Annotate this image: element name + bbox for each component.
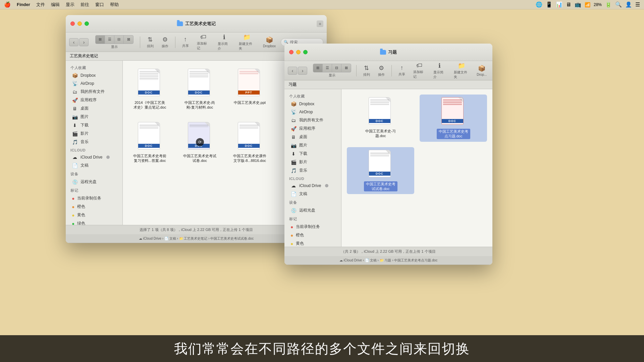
status-bar-2: （共 2 项），iCloud 上 2.22 GB 可用，正在上传 1 个项目 bbox=[284, 247, 492, 256]
sidebar-item-tag-orange-1[interactable]: ● 橙色 bbox=[67, 202, 121, 211]
file-menu[interactable]: 文件 bbox=[36, 2, 45, 8]
column-view-2[interactable]: ⊟ bbox=[332, 64, 341, 72]
cover-view[interactable]: ⊠ bbox=[124, 36, 133, 44]
file-item-0[interactable]: DOC 2014《中国工艺美术史》重点笔记.doc bbox=[128, 66, 171, 113]
sidebar-item-movies-2[interactable]: 🎬 影片 bbox=[286, 158, 340, 166]
view-menu[interactable]: 显示 bbox=[66, 2, 74, 8]
info-button[interactable]: ℹ 显示简介 bbox=[215, 32, 233, 52]
sidebar-item-tag-orange-2[interactable]: ● 橙色 bbox=[286, 231, 340, 239]
sidebar-item-desktop-1[interactable]: 🖥 桌面 bbox=[67, 104, 121, 113]
apple-menu[interactable]: 🍎 bbox=[4, 1, 11, 8]
file-item-2[interactable]: PPT 中国工艺美术史.ppt bbox=[228, 66, 271, 113]
sort-button-2[interactable]: ⇅ 排列 bbox=[361, 63, 373, 78]
dropbox-button[interactable]: 📦 Dropbox bbox=[261, 35, 278, 49]
sidebar-item-movies-1[interactable]: 🎬 影片 bbox=[67, 129, 121, 138]
cover-view-2[interactable]: ⊠ bbox=[341, 64, 351, 72]
column-view[interactable]: ⊟ bbox=[114, 36, 124, 44]
newfolder-button-2[interactable]: 📁 新建文件夹 bbox=[451, 61, 472, 81]
window-menu[interactable]: 窗口 bbox=[95, 2, 104, 8]
add-tab-button-1[interactable]: + bbox=[317, 20, 323, 27]
sidebar-label-movies-1: 影片 bbox=[80, 131, 89, 136]
sidebar-item-tag-red-2[interactable]: ● 当前录制任务 bbox=[286, 223, 340, 231]
sort-button[interactable]: ⇅ 排列 bbox=[144, 35, 156, 50]
sidebar-item-dropbox-1[interactable]: 📦 Dropbox bbox=[67, 71, 121, 79]
tag-button-2[interactable]: 🏷 添加标记 bbox=[411, 61, 428, 80]
sidebar-item-downloads-2[interactable]: ⬇ 下载 bbox=[286, 149, 340, 158]
sidebar-item-apps-2[interactable]: 🚀 应用程序 bbox=[286, 124, 340, 133]
sidebar-item-tag-yellow-1[interactable]: ● 黄色 bbox=[67, 211, 121, 219]
action-button-2[interactable]: ⚙ 操作 bbox=[375, 63, 387, 78]
action-button[interactable]: ⚙ 操作 bbox=[159, 35, 171, 50]
maximize-button-1[interactable] bbox=[85, 21, 89, 26]
list-view[interactable]: ☰ bbox=[105, 36, 114, 44]
sidebar-item-tag-green-1[interactable]: ● 绿色 bbox=[67, 219, 121, 225]
sep3 bbox=[356, 65, 357, 76]
file-item-5[interactable]: DOC ⟳ 中国工艺美术史考试试卷.doc bbox=[178, 119, 221, 166]
tag-icon-green-1: ● bbox=[72, 221, 74, 225]
sidebar-label-dropbox-1: Dropbox bbox=[80, 73, 96, 78]
file-item-6[interactable]: DOC 中国工艺美术史课件文字版-8...8816.doc bbox=[228, 119, 271, 166]
tag-label-red-2: 当前录制任务 bbox=[296, 224, 320, 230]
sidebar-item-dropbox-2[interactable]: 📦 Dropbox bbox=[286, 100, 340, 108]
sidebar-item-music-1[interactable]: 🎵 音乐 bbox=[67, 138, 121, 146]
tag-button[interactable]: 🏷 添加标记 bbox=[194, 32, 213, 52]
sidebar-item-apps-1[interactable]: 🚀 应用程序 bbox=[67, 96, 121, 104]
sidebar-item-icloud-1[interactable]: ☁ iCloud Drive bbox=[67, 153, 121, 161]
tags-header-2: 标记 bbox=[284, 215, 341, 223]
file-item-w2-1[interactable]: DOC 中国工艺美术史考点习题.doc bbox=[420, 95, 487, 142]
remotedisk-icon-2: 💿 bbox=[290, 208, 297, 213]
file-item-4[interactable]: DOC 中国工艺美术史考前复习资料...答案.doc bbox=[128, 119, 171, 166]
grid-view-2[interactable]: ⊞ bbox=[313, 64, 323, 72]
help-menu[interactable]: 帮助 bbox=[110, 2, 119, 8]
window-controls-1[interactable] bbox=[70, 21, 89, 26]
devices-header-2: 设备 bbox=[284, 198, 341, 206]
go-menu[interactable]: 前往 bbox=[80, 2, 89, 8]
sidebar-label-remotedisk-2: 远程光盘 bbox=[299, 207, 315, 213]
sidebar-item-downloads-1[interactable]: ⬇ 下载 bbox=[67, 121, 121, 129]
view-button-2[interactable]: ⊞ ☰ ⊟ ⊠ 显示 bbox=[312, 62, 352, 79]
file-item-w2-0[interactable]: DOC 中国工艺美术史-习题.doc bbox=[347, 95, 414, 142]
sidebar-item-allfiles-2[interactable]: 🗂 我的所有文件 bbox=[286, 116, 340, 124]
tag-label-orange-2: 橙色 bbox=[296, 232, 304, 238]
sidebar-item-docs-2[interactable]: 📄 文稿 bbox=[286, 190, 340, 198]
finder-menu[interactable]: Finder bbox=[17, 2, 30, 7]
file-item-1[interactable]: DOC 中国工艺美术史-尚刚-复习材料.doc bbox=[178, 66, 221, 113]
grid-view[interactable]: ⊞ bbox=[96, 36, 105, 44]
close-button-1[interactable] bbox=[70, 21, 75, 26]
titlebar-2: 习题 bbox=[284, 44, 492, 61]
sidebar-item-allfiles-1[interactable]: 🗂 我的所有文件 bbox=[67, 87, 121, 96]
sidebar-item-icloud-2[interactable]: ☁ iCloud Drive bbox=[286, 182, 340, 190]
forward-button-2[interactable]: › bbox=[298, 67, 307, 75]
info-button-2[interactable]: ℹ 显示简介 bbox=[431, 61, 448, 81]
back-button-1[interactable]: ‹ bbox=[69, 38, 78, 46]
sidebar-label-photos-2: 图片 bbox=[299, 142, 307, 148]
sidebar-item-photos-1[interactable]: 📷 图片 bbox=[67, 113, 121, 121]
window-controls-2[interactable] bbox=[289, 50, 308, 54]
sidebar-item-music-2[interactable]: 🎵 音乐 bbox=[286, 166, 340, 175]
sidebar-item-docs-1[interactable]: 📄 文稿 bbox=[67, 161, 121, 170]
close-button-2[interactable] bbox=[289, 50, 293, 54]
forward-button-1[interactable]: › bbox=[79, 38, 89, 46]
sidebar-item-tag-red-1[interactable]: ● 当前录制任务 bbox=[67, 194, 121, 202]
list-view-2[interactable]: ☰ bbox=[323, 64, 332, 72]
sidebar-item-airdrop-2[interactable]: 📡 AirDrop bbox=[286, 108, 340, 116]
sidebar-item-remotedisk-2[interactable]: 💿 远程光盘 bbox=[286, 206, 340, 215]
tags-header-1: 标记 bbox=[66, 186, 122, 194]
newfolder-button[interactable]: 📁 新建文件夹 bbox=[236, 32, 258, 52]
share-button[interactable]: ↑ 共享 bbox=[179, 35, 192, 50]
dropbox-button-2[interactable]: 📦 Drop... bbox=[475, 63, 489, 78]
sidebar-item-airdrop-1[interactable]: 📡 AirDrop bbox=[67, 79, 121, 87]
share-button-2[interactable]: ↑ 共享 bbox=[396, 63, 408, 78]
file-item-w2-2[interactable]: DOC 中国工艺美术史考试试卷.doc bbox=[347, 147, 414, 194]
sidebar-item-desktop-2[interactable]: 🖥 桌面 bbox=[286, 133, 340, 141]
edit-menu[interactable]: 编辑 bbox=[51, 2, 60, 8]
maximize-button-2[interactable] bbox=[303, 50, 308, 54]
minimize-button-2[interactable] bbox=[296, 50, 301, 54]
back-button-2[interactable]: ‹ bbox=[288, 67, 297, 75]
tag-icon-red-1: ● bbox=[72, 196, 74, 201]
sidebar-item-remotedisk-1[interactable]: 💿 远程光盘 bbox=[67, 178, 121, 186]
minimize-button-1[interactable] bbox=[77, 21, 82, 26]
sidebar-item-tag-yellow-2[interactable]: ● 黄色 bbox=[286, 239, 340, 247]
sidebar-item-photos-2[interactable]: 📷 图片 bbox=[286, 141, 340, 149]
view-button-1[interactable]: ⊞ ☰ ⊟ ⊠ 显示 bbox=[93, 34, 136, 51]
